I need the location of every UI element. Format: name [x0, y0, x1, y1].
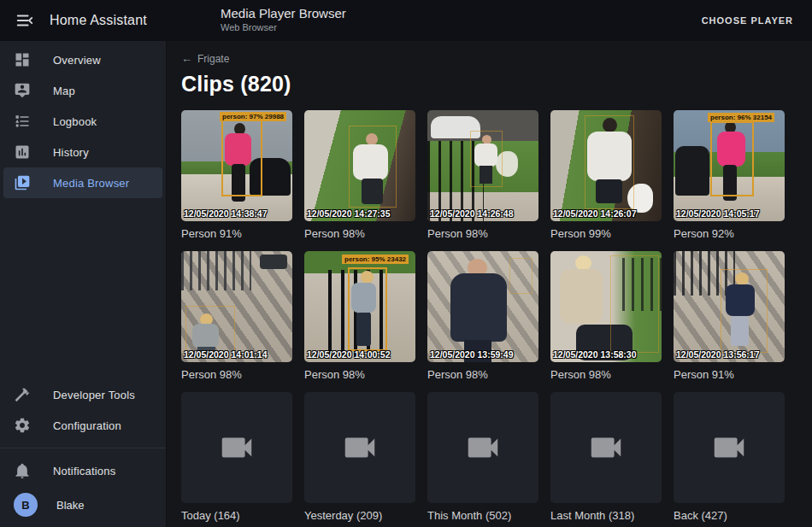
dashboard-icon [14, 51, 31, 68]
sidebar-item-label: Media Browser [53, 177, 129, 190]
clip-card[interactable]: 12/05/2020 13:56:17 Person 91% [674, 251, 785, 381]
clip-timestamp: 12/05/2020 14:38:47 [184, 208, 268, 219]
menu-open-icon [15, 11, 34, 30]
folder-card[interactable]: This Month (502) [427, 392, 538, 522]
folder-label: This Month (502) [427, 509, 538, 522]
clip-card[interactable]: 12/05/2020 13:58:30 Person 98% [550, 251, 662, 381]
avatar: B [14, 493, 38, 517]
clip-timestamp: 12/05/2020 14:00:52 [307, 349, 391, 360]
sidebar-profile[interactable]: B Blake [3, 486, 162, 524]
app-bar: Home Assistant Media Player Browser Web … [0, 0, 812, 41]
clip-timestamp: 12/05/2020 14:01:14 [184, 349, 268, 360]
sidebar-item-label: Overview [53, 54, 101, 67]
folder-label: Back (427) [674, 509, 785, 522]
sidebar-item-label: Configuration [53, 419, 121, 432]
back-arrow-icon: ← [181, 52, 192, 65]
sidebar-item-label: Notifications [53, 465, 115, 477]
video-camera-icon [709, 428, 749, 467]
clip-card[interactable]: person: 96% 32154 12/05/2020 14:05:17 Pe… [674, 110, 785, 240]
clip-thumbnail[interactable]: 12/05/2020 13:56:17 [674, 251, 785, 362]
detection-bounding-box [348, 267, 387, 351]
clip-card[interactable]: 12/05/2020 14:01:14 Person 98% [181, 251, 292, 381]
clips-grid: person: 97% 29988 12/05/2020 14:38:47 Pe… [181, 110, 812, 522]
folder-thumbnail[interactable] [304, 392, 415, 503]
clip-caption: Person 98% [304, 227, 415, 240]
page-title: Media Player Browser [221, 6, 346, 21]
person-figure-body [560, 269, 603, 324]
folder-label: Last Month (318) [550, 509, 662, 522]
sidebar-item-media-browser[interactable]: Media Browser [3, 167, 162, 198]
media-browser-content: ← Frigate Clips (820) person: 97% 29988 … [168, 41, 812, 527]
sidebar-item-map[interactable]: Map [3, 75, 162, 106]
clip-caption: Person 98% [550, 368, 662, 381]
detection-label: person: 97% 29988 [220, 112, 286, 121]
clip-card[interactable]: 12/05/2020 13:59:49 Person 98% [427, 251, 538, 381]
clip-thumbnail[interactable]: 12/05/2020 14:26:48 [427, 110, 538, 221]
page-title-block: Media Player Browser Web Browser [221, 6, 346, 32]
detection-bounding-box [610, 255, 659, 353]
clip-timestamp: 12/05/2020 13:58:30 [553, 349, 637, 360]
folder-thumbnail[interactable] [181, 392, 292, 503]
folder-card[interactable]: Last Month (318) [550, 392, 662, 522]
clip-caption: Person 98% [427, 227, 538, 240]
sidebar-item-developer-tools[interactable]: Developer Tools [3, 379, 162, 410]
profile-name: Blake [56, 499, 85, 512]
scene-prop [260, 255, 287, 269]
clip-timestamp: 12/05/2020 14:26:48 [430, 208, 514, 219]
detection-bounding-box [221, 120, 262, 196]
clip-card[interactable]: 12/05/2020 14:27:35 Person 98% [304, 110, 415, 240]
clip-thumbnail[interactable]: 12/05/2020 14:26:07 [550, 110, 662, 221]
clip-caption: Person 98% [181, 368, 292, 381]
clip-card[interactable]: 12/05/2020 14:26:07 Person 99% [550, 110, 662, 240]
clip-timestamp: 12/05/2020 13:56:17 [676, 349, 760, 360]
clip-card[interactable]: person: 97% 29988 12/05/2020 14:38:47 Pe… [181, 110, 292, 240]
sidebar-item-notifications[interactable]: Notifications [3, 455, 162, 486]
bell-icon [14, 462, 31, 479]
sidebar-item-label: History [53, 146, 89, 159]
clip-thumbnail[interactable]: person: 95% 23432 12/05/2020 14:00:52 [304, 251, 415, 362]
clip-caption: Person 91% [181, 227, 292, 240]
sidebar-toggle-button[interactable] [14, 9, 36, 32]
person-figure-body [450, 273, 507, 342]
clip-thumbnail[interactable]: 12/05/2020 14:27:35 [304, 110, 415, 221]
gear-icon [14, 417, 31, 434]
clip-thumbnail[interactable]: person: 97% 29988 12/05/2020 14:38:47 [181, 110, 292, 221]
clip-thumbnail[interactable]: person: 96% 32154 12/05/2020 14:05:17 [674, 110, 785, 221]
page-subtitle: Web Browser [221, 22, 346, 32]
sidebar-item-configuration[interactable]: Configuration [3, 410, 162, 441]
video-camera-icon [217, 428, 256, 467]
choose-player-button[interactable]: CHOOSE PLAYER [697, 12, 798, 29]
sidebar-spacer [0, 198, 166, 379]
folder-card[interactable]: Today (164) [181, 392, 292, 522]
folder-thumbnail[interactable] [550, 392, 662, 503]
folder-thumbnail[interactable] [674, 392, 785, 503]
clip-timestamp: 12/05/2020 14:26:07 [553, 208, 637, 219]
sidebar-item-overview[interactable]: Overview [3, 44, 162, 75]
detection-label: person: 96% 32154 [708, 113, 774, 122]
breadcrumb-label: Frigate [197, 53, 229, 65]
clip-timestamp: 12/05/2020 14:05:17 [676, 208, 760, 219]
detection-bounding-box [470, 131, 503, 187]
video-camera-icon [463, 428, 503, 467]
clip-card[interactable]: person: 95% 23432 12/05/2020 14:00:52 Pe… [304, 251, 415, 381]
detection-bounding-box [710, 121, 754, 196]
folder-card[interactable]: Back (427) [674, 392, 785, 522]
clip-thumbnail[interactable]: 12/05/2020 14:01:14 [181, 251, 292, 362]
folder-thumbnail[interactable] [427, 392, 538, 503]
hammer-icon [14, 386, 31, 403]
app-title: Home Assistant [50, 13, 147, 28]
clip-thumbnail[interactable]: 12/05/2020 13:59:49 [427, 251, 538, 362]
folder-label: Today (164) [181, 509, 292, 522]
clip-card[interactable]: 12/05/2020 14:26:48 Person 98% [427, 110, 538, 240]
sidebar-item-history[interactable]: History [3, 137, 162, 167]
clip-thumbnail[interactable]: 12/05/2020 13:58:30 [550, 251, 662, 362]
media-browser-icon [14, 174, 31, 191]
sidebar-item-logbook[interactable]: Logbook [3, 106, 162, 137]
detection-bounding-box [349, 126, 397, 208]
breadcrumb-back-frigate[interactable]: ← Frigate [181, 52, 229, 65]
sidebar-item-label: Developer Tools [53, 389, 135, 401]
folder-card[interactable]: Yesterday (209) [304, 392, 415, 522]
clip-timestamp: 12/05/2020 13:59:49 [430, 349, 514, 360]
sidebar-item-label: Logbook [53, 115, 97, 128]
map-account-icon [14, 82, 31, 99]
